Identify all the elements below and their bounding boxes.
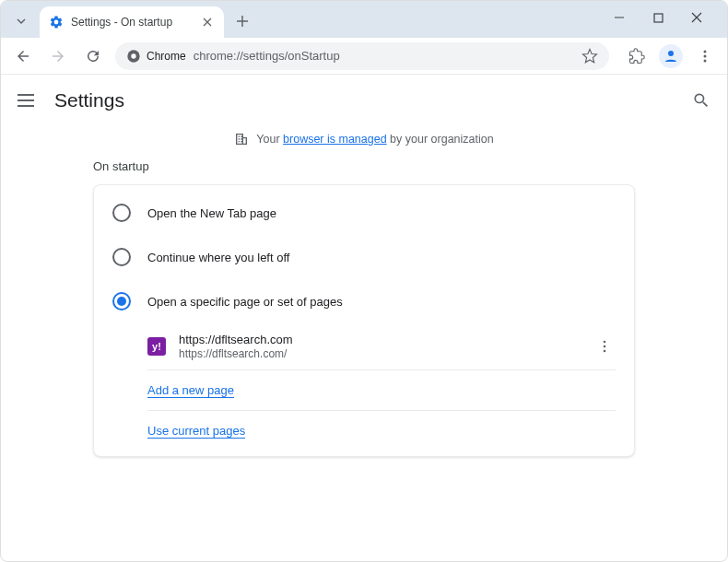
bookmark-button[interactable]: [581, 48, 598, 64]
startup-option-specific[interactable]: Open a specific page or set of pages: [94, 279, 634, 323]
radio-unchecked-icon: [112, 204, 131, 222]
building-icon: [234, 132, 249, 146]
tab-title: Settings - On startup: [71, 16, 193, 29]
minimize-icon: [614, 12, 625, 23]
person-icon: [663, 48, 679, 64]
omnibox-scheme-label: Chrome: [147, 50, 186, 63]
back-button[interactable]: [10, 43, 36, 69]
tab-search-dropdown[interactable]: [8, 8, 34, 34]
browser-toolbar: Chrome chrome://settings/onStartup: [1, 38, 727, 75]
section-title: On startup: [93, 159, 635, 173]
window-controls: [604, 5, 720, 30]
svg-point-3: [668, 51, 674, 56]
extensions-button[interactable]: [624, 43, 650, 69]
page-info: https://dfltsearch.com https://dfltsearc…: [179, 333, 581, 360]
search-icon: [692, 91, 710, 110]
startup-pages-list: y! https://dfltsearch.com https://dfltse…: [94, 323, 634, 451]
chrome-menu-button[interactable]: [692, 43, 718, 69]
page-favicon-icon: y!: [147, 337, 166, 356]
page-title-text: https://dfltsearch.com: [179, 333, 581, 346]
add-page-row: Add a new page: [147, 370, 616, 411]
page-url-text: https://dfltsearch.com/: [179, 347, 581, 360]
tab-close-button[interactable]: [200, 15, 215, 29]
window-titlebar: Settings - On startup: [1, 1, 727, 38]
new-tab-button[interactable]: [229, 8, 255, 34]
svg-point-2: [131, 53, 135, 58]
star-icon: [581, 48, 598, 64]
managed-banner: Your browser is managed by your organiza…: [1, 126, 727, 159]
managed-link[interactable]: browser is managed: [283, 133, 387, 146]
startup-option-newtab[interactable]: Open the New Tab page: [94, 191, 634, 235]
chevron-down-icon: [16, 16, 27, 27]
forward-button[interactable]: [45, 43, 71, 69]
radio-label: Open the New Tab page: [147, 206, 276, 220]
close-icon: [691, 12, 702, 23]
maximize-icon: [653, 13, 663, 23]
reload-button[interactable]: [80, 43, 106, 69]
plus-icon: [236, 15, 249, 28]
reload-icon: [85, 48, 101, 64]
managed-text: Your browser is managed by your organiza…: [256, 133, 493, 146]
svg-point-5: [704, 54, 707, 57]
use-current-link[interactable]: Use current pages: [147, 424, 245, 439]
minimize-button[interactable]: [604, 5, 635, 30]
maximize-button[interactable]: [642, 5, 674, 30]
use-current-row: Use current pages: [147, 411, 616, 451]
chrome-logo-icon: [126, 49, 141, 64]
page-title: Settings: [54, 89, 124, 111]
startup-card: Open the New Tab page Continue where you…: [93, 184, 635, 457]
kebab-icon: [597, 339, 612, 354]
toolbar-actions: [618, 43, 718, 69]
svg-point-7: [604, 341, 606, 344]
kebab-icon: [698, 49, 712, 64]
omnibox-url: chrome://settings/onStartup: [194, 49, 574, 63]
page-actions-button[interactable]: [593, 335, 616, 357]
profile-button[interactable]: [659, 44, 683, 68]
radio-unchecked-icon: [112, 248, 131, 266]
arrow-left-icon: [15, 48, 31, 64]
startup-option-continue[interactable]: Continue where you left off: [94, 235, 634, 279]
close-icon: [203, 18, 212, 27]
radio-label: Open a specific page or set of pages: [147, 295, 343, 309]
settings-favicon-icon: [49, 15, 64, 29]
radio-checked-icon: [112, 292, 131, 310]
settings-search-button[interactable]: [692, 91, 710, 110]
svg-rect-0: [654, 14, 663, 22]
site-info[interactable]: Chrome: [126, 49, 186, 64]
svg-point-4: [704, 50, 707, 53]
settings-content: On startup Open the New Tab page Continu…: [1, 159, 727, 457]
settings-menu-button[interactable]: [18, 89, 40, 111]
arrow-right-icon: [50, 48, 66, 64]
svg-point-9: [604, 350, 606, 353]
address-bar[interactable]: Chrome chrome://settings/onStartup: [115, 42, 609, 70]
add-page-link[interactable]: Add a new page: [147, 383, 234, 398]
puzzle-icon: [628, 48, 645, 64]
radio-label: Continue where you left off: [147, 251, 289, 264]
settings-header: Settings: [1, 75, 727, 126]
close-window-button[interactable]: [681, 5, 712, 30]
browser-tab[interactable]: Settings - On startup: [40, 6, 224, 38]
svg-point-6: [704, 59, 707, 62]
startup-page-row: y! https://dfltsearch.com https://dfltse…: [147, 323, 616, 370]
svg-point-8: [604, 345, 606, 348]
